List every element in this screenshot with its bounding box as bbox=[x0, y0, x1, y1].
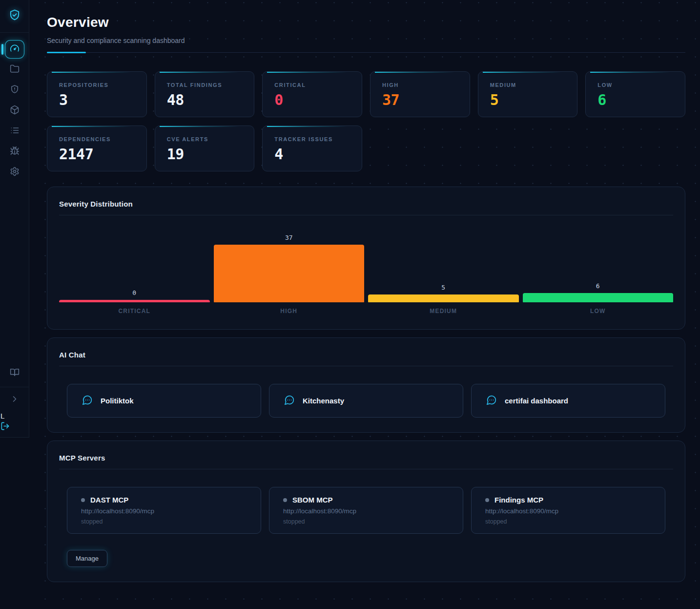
server-name: SBOM MCP bbox=[292, 496, 333, 504]
chart-column-high: 37 bbox=[214, 234, 365, 302]
category-label-low: LOW bbox=[523, 308, 674, 315]
stat-label: CVE ALERTS bbox=[167, 136, 243, 142]
chart-column-critical: 0 bbox=[59, 289, 210, 302]
chart-column-medium: 5 bbox=[368, 284, 519, 302]
stat-label: TRACKER ISSUES bbox=[274, 136, 350, 142]
header-divider bbox=[47, 52, 685, 53]
stat-label: TOTAL FINDINGS bbox=[167, 82, 243, 88]
server-list: DAST MCP http://localhost:8090/mcp stopp… bbox=[67, 487, 665, 534]
shield-alert-icon bbox=[10, 84, 20, 96]
sidebar-item-folder[interactable] bbox=[5, 61, 24, 79]
bar-value-label: 37 bbox=[285, 234, 293, 241]
stat-value: 0 bbox=[274, 91, 350, 108]
chat-item-kitchenasty[interactable]: Kitchenasty bbox=[269, 384, 463, 418]
chat-label: Kitchenasty bbox=[303, 397, 344, 405]
section-divider bbox=[59, 469, 673, 469]
gauge-icon bbox=[10, 43, 20, 55]
stat-card-repositories: REPOSITORIES 3 bbox=[47, 71, 147, 117]
stat-card-dependencies: DEPENDENCIES 2147 bbox=[47, 126, 147, 171]
stat-label: HIGH bbox=[382, 82, 458, 88]
logout-button[interactable] bbox=[0, 420, 10, 432]
stat-card-total-findings: TOTAL FINDINGS 48 bbox=[155, 71, 255, 117]
shield-check-icon bbox=[8, 9, 21, 23]
section-divider bbox=[59, 366, 673, 366]
stat-label: MEDIUM bbox=[490, 82, 566, 88]
server-status-dot bbox=[485, 498, 489, 502]
sidebar-divider bbox=[0, 387, 29, 387]
chat-list: Politiktok Kitchenasty c bbox=[67, 384, 665, 418]
bar-low bbox=[523, 293, 674, 302]
chevron-right-icon bbox=[10, 394, 20, 405]
server-url: http://localhost:8090/mcp bbox=[81, 507, 247, 515]
mcp-servers-section: MCP Servers DAST MCP http://localhost:80… bbox=[47, 441, 685, 582]
stat-value: 2147 bbox=[59, 146, 135, 163]
chat-label: certifai dashboard bbox=[505, 397, 568, 405]
bar-value-label: 5 bbox=[441, 284, 445, 291]
chat-item-politiktok[interactable]: Politiktok bbox=[67, 384, 261, 418]
section-title: AI Chat bbox=[59, 351, 673, 359]
chat-label: Politiktok bbox=[101, 397, 134, 405]
sidebar: L bbox=[0, 0, 29, 438]
category-label-medium: MEDIUM bbox=[368, 308, 519, 315]
server-card-dast-mcp[interactable]: DAST MCP http://localhost:8090/mcp stopp… bbox=[67, 487, 261, 534]
chart-column-low: 6 bbox=[523, 282, 674, 302]
bar-value-label: 0 bbox=[132, 289, 136, 296]
stat-card-critical: CRITICAL 0 bbox=[262, 71, 362, 117]
severity-distribution-section: Severity Distribution 0 37 5 6 CRITICAL … bbox=[47, 187, 685, 330]
server-status-dot bbox=[81, 498, 85, 502]
stat-label: DEPENDENCIES bbox=[59, 136, 135, 142]
stat-value: 48 bbox=[167, 91, 243, 108]
ai-chat-section: AI Chat Politiktok Ki bbox=[47, 337, 685, 433]
logout-icon bbox=[0, 421, 10, 432]
chat-bubble-icon bbox=[486, 395, 497, 407]
server-card-findings-mcp[interactable]: Findings MCP http://localhost:8090/mcp s… bbox=[471, 487, 665, 534]
user-label: L bbox=[0, 412, 4, 420]
stats-grid: REPOSITORIES 3 TOTAL FINDINGS 48 CRITICA… bbox=[47, 71, 685, 171]
user-section: L bbox=[0, 408, 29, 437]
stat-value: 6 bbox=[597, 91, 673, 108]
manage-button[interactable]: Manage bbox=[67, 550, 107, 567]
stat-label: REPOSITORIES bbox=[59, 82, 135, 88]
section-title: MCP Servers bbox=[59, 454, 673, 462]
stat-card-tracker-issues: TRACKER ISSUES 4 bbox=[262, 126, 362, 171]
sidebar-item-security-findings[interactable] bbox=[5, 81, 24, 100]
gear-icon bbox=[10, 167, 20, 178]
docs-button[interactable] bbox=[5, 364, 24, 381]
bar-critical bbox=[59, 300, 210, 302]
stat-value: 4 bbox=[274, 146, 350, 163]
stat-card-high: HIGH 37 bbox=[370, 71, 470, 117]
category-label-high: HIGH bbox=[214, 308, 365, 315]
main-content: Overview Security and compliance scannin… bbox=[30, 0, 700, 609]
stat-label: CRITICAL bbox=[274, 82, 350, 88]
bar-medium bbox=[368, 294, 519, 302]
app-logo bbox=[0, 0, 29, 33]
server-status-dot bbox=[283, 498, 287, 502]
sidebar-item-packages[interactable] bbox=[5, 102, 24, 120]
server-url: http://localhost:8090/mcp bbox=[485, 507, 651, 515]
chat-bubble-icon bbox=[82, 395, 93, 407]
book-open-icon bbox=[10, 367, 20, 378]
bar-value-label: 6 bbox=[596, 282, 600, 290]
collapse-sidebar-button[interactable] bbox=[5, 391, 24, 408]
server-status: stopped bbox=[283, 518, 449, 525]
server-name: DAST MCP bbox=[90, 496, 128, 504]
stat-label: LOW bbox=[597, 82, 673, 88]
section-title: Severity Distribution bbox=[59, 200, 673, 208]
chart-category-axis: CRITICAL HIGH MEDIUM LOW bbox=[59, 308, 673, 315]
sidebar-item-settings[interactable] bbox=[5, 163, 24, 182]
package-icon bbox=[10, 105, 20, 117]
bar-high bbox=[214, 245, 365, 302]
stat-value: 19 bbox=[167, 146, 243, 163]
server-card-sbom-mcp[interactable]: SBOM MCP http://localhost:8090/mcp stopp… bbox=[269, 487, 463, 534]
stat-value: 3 bbox=[59, 91, 135, 108]
chat-item-certifai-dashboard[interactable]: certifai dashboard bbox=[471, 384, 665, 418]
sidebar-item-bugs[interactable] bbox=[5, 143, 24, 161]
stat-card-low: LOW 6 bbox=[585, 71, 685, 117]
folder-icon bbox=[10, 64, 20, 76]
server-status: stopped bbox=[485, 518, 651, 525]
sidebar-bottom: L bbox=[0, 364, 29, 437]
stat-card-medium: MEDIUM 5 bbox=[478, 71, 578, 117]
sidebar-item-list[interactable] bbox=[5, 122, 24, 141]
server-url: http://localhost:8090/mcp bbox=[283, 507, 449, 515]
sidebar-item-dashboard[interactable] bbox=[5, 40, 24, 59]
